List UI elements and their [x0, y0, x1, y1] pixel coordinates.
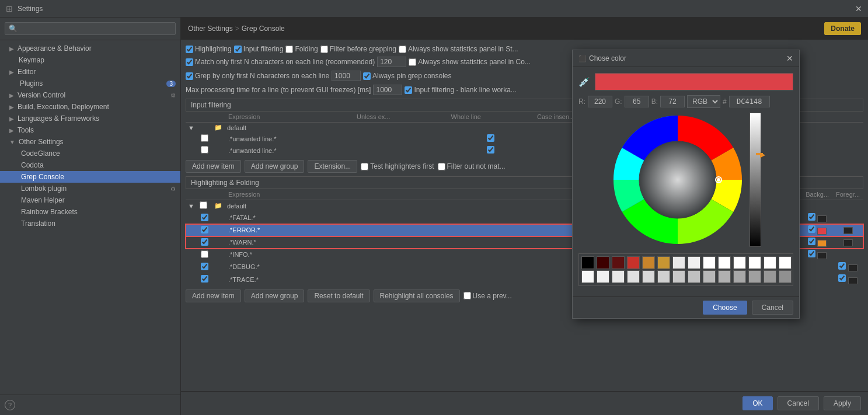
- sidebar-item-other-settings[interactable]: ▼ Other Settings: [0, 136, 180, 148]
- sidebar-item-build[interactable]: ▶ Build, Execution, Deployment: [0, 101, 180, 113]
- add-new-item-button[interactable]: Add new item: [186, 160, 241, 173]
- group-checkbox[interactable]: [200, 201, 207, 209]
- swatch-cell[interactable]: [764, 270, 776, 283]
- sidebar-item-appearance[interactable]: ▶ Appearance & Behavior: [0, 43, 180, 54]
- fg-swatch[interactable]: [843, 239, 853, 246]
- swatch-cell[interactable]: [733, 256, 746, 269]
- whole-checkbox[interactable]: [487, 134, 494, 142]
- highlighting-option[interactable]: Highlighting: [186, 45, 232, 53]
- sidebar-item-grep-console[interactable]: Grep Console: [0, 171, 180, 183]
- rehighlight-button[interactable]: Rehighlight all consoles: [374, 290, 460, 302]
- add-new-group-button[interactable]: Add new group: [245, 160, 305, 173]
- fg-checkbox[interactable]: [838, 274, 846, 282]
- brightness-slider[interactable]: ▶: [750, 113, 761, 247]
- bg-swatch[interactable]: [817, 252, 827, 259]
- row-checkbox[interactable]: [201, 238, 208, 246]
- apply-button[interactable]: Apply: [824, 396, 861, 410]
- bg-cell[interactable]: [802, 236, 832, 249]
- input-filtering-option[interactable]: Input filtering: [234, 45, 284, 53]
- swatch-cell[interactable]: [764, 256, 776, 269]
- row-checkbox[interactable]: [201, 263, 208, 270]
- filter-out-option[interactable]: Filter out not mat...: [438, 160, 506, 173]
- row-checkbox[interactable]: [201, 250, 208, 258]
- sidebar-item-translation[interactable]: Translation: [0, 218, 180, 229]
- whole-checkbox[interactable]: [487, 146, 494, 154]
- add-new-group-button-2[interactable]: Add new group: [245, 290, 305, 302]
- swatch-cell[interactable]: [688, 256, 700, 269]
- sidebar-item-keymap[interactable]: Keymap: [0, 54, 180, 66]
- bg-swatch[interactable]: [817, 215, 827, 222]
- test-highlighters-checkbox[interactable]: [361, 163, 368, 170]
- close-icon[interactable]: ✕: [855, 4, 862, 13]
- bg-checkbox[interactable]: [808, 213, 815, 221]
- swatch-cell[interactable]: [612, 270, 625, 283]
- swatch-cell[interactable]: [779, 270, 792, 283]
- sidebar-item-version-control[interactable]: ▶ Version Control ⚙: [0, 89, 180, 101]
- highlighting-checkbox[interactable]: [186, 46, 193, 53]
- fg-swatch[interactable]: [848, 277, 857, 284]
- sidebar-item-tools[interactable]: ▶ Tools: [0, 124, 180, 136]
- help-icon[interactable]: ?: [5, 400, 15, 410]
- folding-checkbox[interactable]: [285, 46, 293, 53]
- swatch-cell[interactable]: [627, 256, 640, 269]
- sidebar-item-plugins[interactable]: Plugins 3: [0, 78, 180, 89]
- bg-cell[interactable]: [802, 212, 832, 224]
- bg-cell[interactable]: [802, 249, 832, 261]
- bg-checkbox[interactable]: [808, 250, 815, 257]
- fg-swatch[interactable]: [848, 264, 857, 271]
- filter-out-checkbox[interactable]: [438, 163, 445, 170]
- bg-checkbox[interactable]: [808, 225, 815, 233]
- ok-button[interactable]: OK: [742, 396, 772, 410]
- swatch-cell[interactable]: [733, 270, 746, 283]
- fg-checkbox[interactable]: [838, 262, 846, 270]
- max-time-input[interactable]: [373, 85, 402, 95]
- bg-checkbox[interactable]: [808, 238, 815, 245]
- color-wheel[interactable]: [611, 113, 745, 247]
- grep-first-n-checkbox[interactable]: [186, 72, 193, 80]
- pin-grep-checkbox[interactable]: [363, 72, 371, 80]
- sidebar-item-editor[interactable]: ▶ Editor: [0, 66, 180, 78]
- swatch-cell[interactable]: [657, 270, 670, 283]
- swatch-cell[interactable]: [779, 256, 792, 269]
- donate-button[interactable]: Donate: [824, 22, 861, 35]
- choose-button[interactable]: Choose: [703, 301, 747, 315]
- swatch-cell[interactable]: [748, 256, 761, 269]
- bg-swatch[interactable]: [817, 228, 827, 235]
- row-checkbox[interactable]: [201, 146, 208, 154]
- fg-swatch[interactable]: [843, 227, 853, 234]
- swatch-cell[interactable]: [597, 256, 609, 269]
- swatch-cell[interactable]: [672, 270, 685, 283]
- match-first-n-option[interactable]: Match only first N characters on each li…: [186, 58, 375, 66]
- match-first-n-checkbox[interactable]: [186, 58, 193, 66]
- sidebar-item-languages[interactable]: ▶ Languages & Frameworks: [0, 113, 180, 124]
- grep-n-input[interactable]: [332, 71, 361, 81]
- color-mode-select[interactable]: RGB HSB HSL: [687, 95, 720, 108]
- filter-grepping-checkbox[interactable]: [320, 46, 328, 53]
- b-input[interactable]: 72: [660, 96, 685, 107]
- filter-grepping-option[interactable]: Filter before grepping: [320, 45, 396, 53]
- swatch-cell[interactable]: [748, 270, 761, 283]
- extension-button[interactable]: Extension...: [308, 160, 357, 173]
- sidebar-item-lombok[interactable]: Lombok plugin ⚙: [0, 183, 180, 194]
- swatch-cell[interactable]: [627, 270, 640, 283]
- r-input[interactable]: 220: [588, 96, 612, 107]
- row-checkbox[interactable]: [201, 226, 208, 233]
- swatch-cell[interactable]: [581, 256, 594, 269]
- swatch-cell[interactable]: [657, 256, 670, 269]
- stats-panel-checkbox[interactable]: [399, 46, 406, 53]
- eyedropper-icon[interactable]: 💉: [578, 76, 590, 88]
- bg-cell[interactable]: [802, 273, 832, 285]
- bg-cell[interactable]: [802, 261, 832, 273]
- bg-cell[interactable]: [802, 224, 832, 236]
- swatch-cell[interactable]: [597, 270, 609, 283]
- swatch-cell[interactable]: [672, 256, 685, 269]
- add-new-item-button-2[interactable]: Add new item: [186, 290, 241, 302]
- swatch-cell[interactable]: [688, 270, 700, 283]
- row-checkbox[interactable]: [201, 275, 208, 283]
- stats-panel-option[interactable]: Always show statistics panel in St...: [399, 45, 518, 53]
- stats-panel2-checkbox[interactable]: [409, 58, 416, 66]
- stats-panel2-option[interactable]: Always show statistics panel in Co...: [409, 58, 531, 66]
- swatch-cell[interactable]: [703, 270, 716, 283]
- bg-swatch[interactable]: [817, 240, 827, 247]
- swatch-cell[interactable]: [718, 270, 731, 283]
